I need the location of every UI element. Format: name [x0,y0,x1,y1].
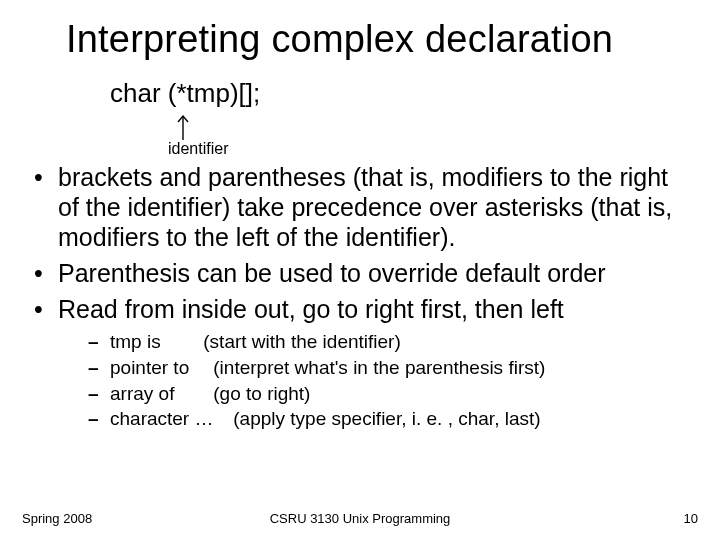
slide-number: 10 [684,511,698,526]
dash-icon: – [88,407,99,431]
dash-icon: – [88,382,99,406]
sub-paren: (start with the identifier) [203,330,400,354]
bullet-item: Read from inside out, go to right first,… [30,294,690,324]
identifier-label: identifier [168,140,228,158]
sub-bullet-item: – character … (apply type specifier, i. … [30,407,690,431]
sub-paren: (go to right) [213,382,310,406]
footer-course: CSRU 3130 Unix Programming [0,511,720,526]
sub-lead: tmp is [110,330,198,354]
sub-paren: (interpret what's in the parenthesis fir… [213,356,545,380]
sub-lead: array of [110,382,208,406]
slide-title: Interpreting complex declaration [66,18,613,61]
bullet-item: Parenthesis can be used to override defa… [30,258,690,288]
sub-lead: character … [110,407,228,431]
sub-bullet-item: – tmp is (start with the identifier) [30,330,690,354]
arrow-up-icon [176,112,206,142]
sub-bullet-item: – pointer to (interpret what's in the pa… [30,356,690,380]
dash-icon: – [88,356,99,380]
bullet-item: brackets and parentheses (that is, modif… [30,162,690,252]
code-declaration: char (*tmp)[]; [110,78,260,109]
slide: Interpreting complex declaration char (*… [0,0,720,540]
dash-icon: – [88,330,99,354]
bullet-list: brackets and parentheses (that is, modif… [30,162,690,431]
sub-paren: (apply type specifier, i. e. , char, las… [233,407,540,431]
sub-bullet-item: – array of (go to right) [30,382,690,406]
sub-lead: pointer to [110,356,208,380]
